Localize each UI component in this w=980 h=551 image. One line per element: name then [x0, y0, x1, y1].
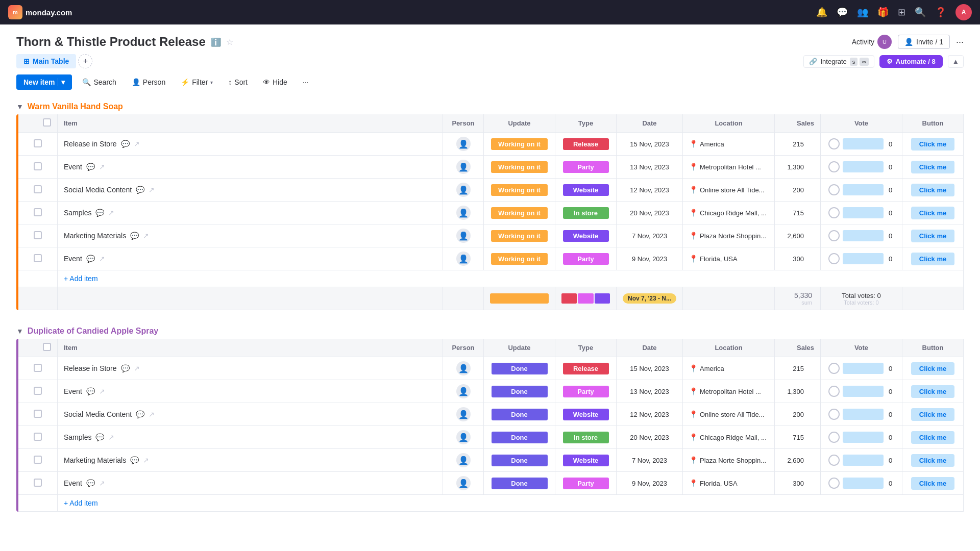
row-person-avatar[interactable]: 👤 [456, 407, 471, 421]
row-type-badge[interactable]: Website [563, 230, 609, 242]
select-all-checkbox-1[interactable] [43, 118, 51, 127]
row-update-badge[interactable]: Working on it [491, 161, 548, 173]
row-update-cell[interactable]: Working on it [484, 224, 555, 247]
click-me-button[interactable]: Click me [911, 253, 954, 265]
click-me-button[interactable]: Click me [911, 477, 954, 490]
add-item-row[interactable]: + Add item [18, 270, 964, 287]
row-location-cell[interactable]: 📍 Florida, USA [683, 247, 775, 270]
row-type-cell[interactable]: Party [555, 380, 617, 403]
row-location-cell[interactable]: 📍 Online store All Tide... [683, 403, 775, 426]
row-type-badge[interactable]: Website [563, 455, 609, 466]
row-open-icon[interactable]: ↗ [134, 364, 140, 372]
row-open-icon[interactable]: ↗ [134, 140, 140, 148]
click-me-button[interactable]: Click me [911, 362, 954, 375]
click-me-button[interactable]: Click me [911, 138, 954, 151]
row-type-badge[interactable]: Website [563, 409, 609, 420]
row-checkbox[interactable] [34, 456, 42, 464]
row-location-cell[interactable]: 📍 Metropolitan Hotel ... [683, 156, 775, 179]
row-date-cell[interactable]: 15 Nov, 2023 [617, 133, 683, 156]
vote-circle[interactable] [828, 230, 840, 241]
row-checkbox[interactable] [34, 479, 42, 487]
row-checkbox[interactable] [34, 185, 42, 193]
row-type-cell[interactable]: Website [555, 224, 617, 247]
row-date-cell[interactable]: 9 Nov, 2023 [617, 472, 683, 495]
row-update-cell[interactable]: Done [484, 380, 555, 403]
vote-circle[interactable] [828, 409, 840, 420]
row-update-badge[interactable]: Done [492, 363, 548, 374]
row-type-cell[interactable]: Release [555, 133, 617, 156]
row-comment-icon[interactable]: 💬 [95, 209, 104, 217]
row-type-cell[interactable]: Website [555, 403, 617, 426]
row-update-cell[interactable]: Working on it [484, 247, 555, 270]
search-button[interactable]: 🔍 Search [77, 75, 121, 89]
row-location-cell[interactable]: 📍 America [683, 357, 775, 380]
row-type-cell[interactable]: In store [555, 426, 617, 449]
row-person-avatar[interactable]: 👤 [456, 361, 471, 375]
row-comment-icon[interactable]: 💬 [136, 410, 144, 418]
row-type-badge[interactable]: Release [563, 363, 609, 374]
row-update-cell[interactable]: Working on it [484, 179, 555, 202]
row-update-badge[interactable]: Working on it [491, 138, 548, 150]
hide-button[interactable]: 👁 Hide [258, 75, 292, 89]
group2-collapse-button[interactable]: ▼ [16, 327, 23, 335]
vote-circle[interactable] [828, 138, 840, 149]
row-type-badge[interactable]: Party [563, 161, 609, 173]
row-type-cell[interactable]: Release [555, 357, 617, 380]
row-update-cell[interactable]: Done [484, 472, 555, 495]
row-update-cell[interactable]: Done [484, 357, 555, 380]
info-icon[interactable]: ℹ️ [211, 37, 221, 47]
row-update-badge[interactable]: Working on it [491, 184, 548, 196]
row-date-cell[interactable]: 15 Nov, 2023 [617, 357, 683, 380]
row-location-cell[interactable]: 📍 Chicago Ridge Mall, ... [683, 426, 775, 449]
invite-button[interactable]: 👤 Invite / 1 [898, 35, 950, 49]
integrate-button[interactable]: 🔗 Integrate s ∞ [803, 55, 874, 68]
row-checkbox[interactable] [34, 387, 42, 395]
row-location-cell[interactable]: 📍 Plaza Norte Shoppin... [683, 449, 775, 472]
click-me-button[interactable]: Click me [911, 454, 954, 467]
row-update-cell[interactable]: Working on it [484, 202, 555, 224]
add-item-row[interactable]: + Add item [18, 495, 964, 512]
row-comment-icon[interactable]: 💬 [136, 186, 144, 194]
row-person-avatar[interactable]: 👤 [456, 252, 471, 266]
row-open-icon[interactable]: ↗ [149, 186, 155, 194]
add-item-cell[interactable]: + Add item [58, 270, 964, 287]
row-location-cell[interactable]: 📍 Plaza Norte Shoppin... [683, 224, 775, 247]
user-avatar[interactable]: A [955, 4, 972, 20]
row-comment-icon[interactable]: 💬 [130, 232, 139, 240]
row-type-cell[interactable]: Party [555, 156, 617, 179]
filter-button[interactable]: ⚡ Filter ▾ [176, 75, 218, 89]
vote-circle[interactable] [828, 432, 840, 443]
row-update-cell[interactable]: Done [484, 403, 555, 426]
row-update-cell[interactable]: Working on it [484, 156, 555, 179]
row-date-cell[interactable]: 7 Nov, 2023 [617, 449, 683, 472]
row-open-icon[interactable]: ↗ [99, 479, 105, 487]
row-person-avatar[interactable]: 👤 [456, 430, 471, 444]
row-type-badge[interactable]: Party [563, 253, 609, 265]
row-comment-icon[interactable]: 💬 [86, 387, 95, 395]
add-view-button[interactable]: + [78, 54, 92, 68]
row-type-badge[interactable]: In store [563, 432, 609, 443]
row-type-badge[interactable]: Party [563, 478, 609, 489]
row-checkbox[interactable] [34, 364, 42, 372]
vote-circle[interactable] [828, 184, 840, 195]
click-me-button[interactable]: Click me [911, 207, 954, 219]
row-location-cell[interactable]: 📍 Online store All Tide... [683, 179, 775, 202]
gift-icon[interactable]: 🎁 [877, 7, 889, 18]
row-comment-icon[interactable]: 💬 [86, 255, 95, 263]
row-open-icon[interactable]: ↗ [99, 255, 105, 263]
row-comment-icon[interactable]: 💬 [121, 140, 130, 148]
row-date-cell[interactable]: 13 Nov, 2023 [617, 156, 683, 179]
row-update-badge[interactable]: Done [492, 432, 548, 443]
row-type-badge[interactable]: Party [563, 386, 609, 397]
row-checkbox[interactable] [34, 433, 42, 441]
vote-circle[interactable] [828, 455, 840, 466]
row-update-badge[interactable]: Done [492, 409, 548, 420]
click-me-button[interactable]: Click me [911, 184, 954, 196]
row-person-avatar[interactable]: 👤 [456, 476, 471, 490]
row-update-cell[interactable]: Done [484, 426, 555, 449]
row-type-badge[interactable]: In store [563, 207, 609, 219]
new-item-button[interactable]: New item ▾ [16, 74, 72, 90]
row-update-badge[interactable]: Done [492, 455, 548, 466]
row-type-cell[interactable]: Party [555, 472, 617, 495]
row-open-icon[interactable]: ↗ [108, 209, 114, 217]
